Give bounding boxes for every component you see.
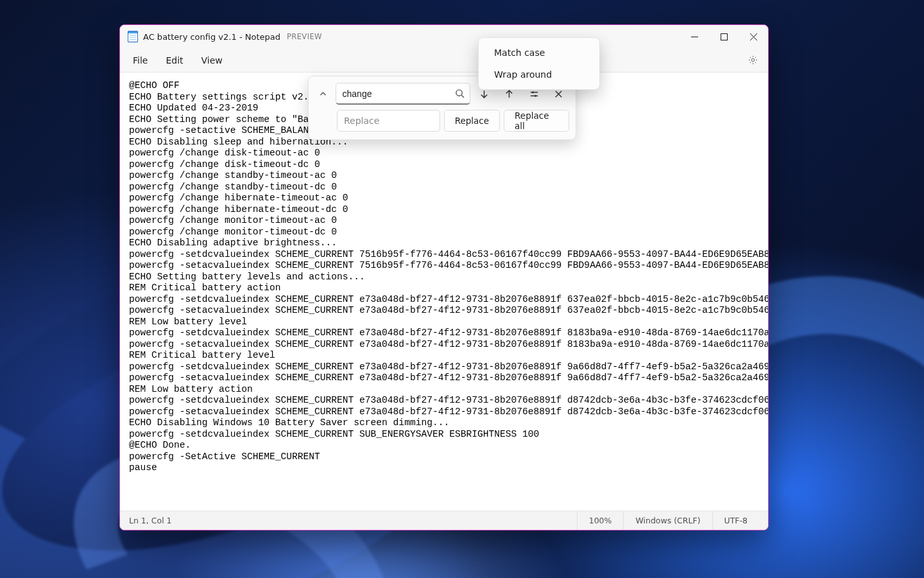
chevron-up-icon	[319, 90, 327, 98]
find-options-menu: Match case Wrap around	[478, 37, 600, 90]
notepad-app-icon	[128, 31, 138, 42]
gear-icon	[748, 55, 758, 66]
svg-point-5	[456, 90, 461, 96]
statusbar-encoding[interactable]: UTF-8	[712, 511, 759, 530]
replace-all-button[interactable]: Replace all	[504, 110, 569, 132]
window-title: AC battery config v2.1 - Notepad	[143, 32, 280, 42]
menubar: File Edit View	[120, 48, 768, 73]
replace-input[interactable]: Replace	[337, 110, 440, 132]
svg-point-12	[534, 94, 536, 96]
find-input[interactable]	[336, 83, 470, 105]
menu-view[interactable]: View	[193, 51, 232, 69]
statusbar-cursor-position: Ln 1, Col 1	[129, 511, 184, 530]
statusbar: Ln 1, Col 1 100% Windows (CRLF) UTF-8	[120, 511, 768, 530]
close-icon	[554, 89, 563, 99]
statusbar-line-ending[interactable]: Windows (CRLF)	[623, 511, 712, 530]
preview-badge: PREVIEW	[287, 32, 322, 41]
find-input-field[interactable]	[343, 89, 455, 99]
statusbar-zoom[interactable]: 100%	[577, 511, 624, 530]
maximize-button[interactable]	[709, 25, 739, 48]
titlebar[interactable]: AC battery config v2.1 - Notepad PREVIEW	[120, 25, 768, 48]
arrow-down-icon	[479, 89, 489, 99]
svg-rect-1	[721, 33, 727, 40]
minimize-button[interactable]	[680, 25, 709, 48]
window-controls	[680, 25, 768, 48]
svg-point-4	[751, 58, 755, 62]
settings-button[interactable]	[741, 50, 764, 71]
search-icon	[455, 89, 465, 98]
svg-line-6	[461, 95, 464, 98]
option-wrap-around[interactable]: Wrap around	[479, 64, 599, 85]
close-button[interactable]	[739, 25, 768, 48]
menu-edit[interactable]: Edit	[157, 51, 192, 69]
arrow-up-icon	[504, 89, 514, 99]
menu-file[interactable]: File	[124, 51, 157, 69]
sliders-icon	[529, 89, 539, 99]
option-match-case[interactable]: Match case	[479, 42, 599, 64]
collapse-replace-toggle[interactable]	[315, 83, 332, 104]
svg-point-10	[532, 91, 534, 93]
replace-button[interactable]: Replace	[444, 110, 500, 132]
replace-placeholder: Replace	[344, 116, 379, 126]
